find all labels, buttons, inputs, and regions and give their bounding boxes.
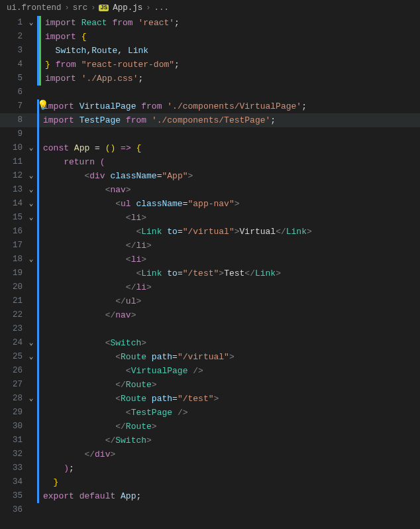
code-line[interactable]: 14⌄ <ul className="app-nav">	[0, 197, 420, 211]
breadcrumb[interactable]: ui.frontend › src › JS App.js › ...	[0, 0, 420, 16]
code-line[interactable]: 12⌄ <div className="App">	[0, 169, 420, 183]
code-text[interactable]: <nav>	[39, 183, 420, 197]
lightbulb-icon[interactable]: 💡	[37, 101, 48, 110]
code-text[interactable]: <TestPage />	[39, 406, 420, 420]
code-text[interactable]: </nav>	[39, 308, 420, 322]
code-text[interactable]: <div className="App">	[39, 169, 420, 183]
code-line[interactable]: 9	[0, 127, 420, 141]
fold-toggle-icon[interactable]: ⌄	[25, 211, 37, 225]
code-text[interactable]: );	[39, 461, 420, 475]
code-text[interactable]: <li>	[39, 253, 420, 266]
line-number[interactable]: 23	[0, 322, 25, 336]
code-line[interactable]: 29 <TestPage />	[0, 406, 420, 420]
code-line[interactable]: 15⌄ <li>	[0, 211, 420, 225]
line-number[interactable]: 1	[0, 16, 25, 30]
line-number[interactable]: 32	[0, 447, 25, 461]
code-line[interactable]: 19 <Link to="/test">Test</Link>	[0, 266, 420, 280]
line-number[interactable]: 18	[0, 253, 25, 266]
line-number[interactable]: 8	[0, 113, 25, 127]
code-text[interactable]: import TestPage from './components/TestP…	[39, 113, 420, 127]
line-number[interactable]: 29	[0, 406, 25, 420]
code-text[interactable]: <Route path="/test">	[39, 392, 420, 406]
code-text[interactable]: import VirtualPage from './components/Vi…	[39, 99, 420, 113]
code-line[interactable]: 26 <VirtualPage />	[0, 364, 420, 378]
fold-toggle-icon[interactable]: ⌄	[25, 197, 37, 211]
code-line[interactable]: 33 );	[0, 461, 420, 475]
code-line[interactable]: 6	[0, 86, 420, 99]
code-line[interactable]: 27 </Route>	[0, 378, 420, 392]
code-line[interactable]: 24⌄ <Switch>	[0, 336, 420, 350]
code-text[interactable]: import {	[41, 30, 420, 44]
line-number[interactable]: 34	[0, 475, 25, 489]
code-line[interactable]: 28⌄ <Route path="/test">	[0, 392, 420, 406]
fold-toggle-icon[interactable]: ⌄	[25, 183, 37, 197]
code-line[interactable]: 16 <Link to="/virtual">Virtual</Link>	[0, 225, 420, 239]
line-number[interactable]: 24	[0, 336, 25, 350]
line-number[interactable]: 30	[0, 420, 25, 434]
code-text[interactable]: </Route>	[39, 420, 420, 434]
code-editor[interactable]: 1⌄import React from 'react';2import {3 S…	[0, 16, 420, 517]
fold-toggle-icon[interactable]: ⌄	[25, 253, 37, 266]
code-text[interactable]: return (	[39, 155, 420, 169]
code-line[interactable]: 5import './App.css';	[0, 72, 420, 86]
code-text[interactable]: </li>	[39, 239, 420, 253]
line-number[interactable]: 17	[0, 239, 25, 253]
line-number[interactable]: 14	[0, 197, 25, 211]
code-line[interactable]: 21 </ul>	[0, 294, 420, 308]
code-line[interactable]: 25⌄ <Route path="/virtual">	[0, 350, 420, 364]
code-line[interactable]: 7import VirtualPage from './components/V…	[0, 99, 420, 113]
line-number[interactable]: 21	[0, 294, 25, 308]
line-number[interactable]: 6	[0, 86, 25, 99]
line-number[interactable]: 33	[0, 461, 25, 475]
line-number[interactable]: 11	[0, 155, 25, 169]
code-text[interactable]: }	[39, 475, 420, 489]
code-text[interactable]: </div>	[39, 447, 420, 461]
code-text[interactable]: <Switch>	[39, 336, 420, 350]
code-line[interactable]: 11 return (	[0, 155, 420, 169]
line-number[interactable]: 20	[0, 280, 25, 294]
line-number[interactable]: 35	[0, 489, 25, 503]
line-number[interactable]: 5	[0, 72, 25, 86]
line-number[interactable]: 22	[0, 308, 25, 322]
code-line[interactable]: 13⌄ <nav>	[0, 183, 420, 197]
code-line[interactable]: 23	[0, 322, 420, 336]
code-line[interactable]: 17 </li>	[0, 239, 420, 253]
line-number[interactable]: 13	[0, 183, 25, 197]
line-number[interactable]: 9	[0, 127, 25, 141]
code-line[interactable]: 2import {	[0, 30, 420, 44]
line-number[interactable]: 12	[0, 169, 25, 183]
code-text[interactable]: <Link to="/virtual">Virtual</Link>	[39, 225, 420, 239]
line-number[interactable]: 2	[0, 30, 25, 44]
code-text[interactable]: <Link to="/test">Test</Link>	[39, 266, 420, 280]
line-number[interactable]: 26	[0, 364, 25, 378]
line-number[interactable]: 36	[0, 503, 25, 517]
fold-toggle-icon[interactable]: ⌄	[25, 169, 37, 183]
code-text[interactable]: <ul className="app-nav">	[39, 197, 420, 211]
code-line[interactable]: 4} from "react-router-dom";	[0, 58, 420, 72]
line-number[interactable]: 25	[0, 350, 25, 364]
code-line[interactable]: 8import TestPage from './components/Test…	[0, 113, 420, 127]
fold-toggle-icon[interactable]: ⌄	[25, 141, 37, 155]
code-text[interactable]: <Route path="/virtual">	[39, 350, 420, 364]
code-text[interactable]: export default App;	[39, 489, 420, 503]
breadcrumb-tail[interactable]: ...	[154, 3, 169, 13]
breadcrumb-file[interactable]: App.js	[113, 3, 142, 13]
line-number[interactable]: 31	[0, 434, 25, 447]
code-line[interactable]: 34 }	[0, 475, 420, 489]
code-line[interactable]: 1⌄import React from 'react';	[0, 16, 420, 30]
fold-toggle-icon[interactable]: ⌄	[25, 350, 37, 364]
breadcrumb-seg[interactable]: ui.frontend	[7, 3, 62, 13]
code-text[interactable]: <VirtualPage />	[39, 364, 420, 378]
line-number[interactable]: 3	[0, 44, 25, 58]
code-text[interactable]: </Switch>	[39, 434, 420, 447]
line-number[interactable]: 19	[0, 266, 25, 280]
code-text[interactable]: </Route>	[39, 378, 420, 392]
code-line[interactable]: 30 </Route>	[0, 420, 420, 434]
line-number[interactable]: 7	[0, 99, 25, 113]
code-text[interactable]: </ul>	[39, 294, 420, 308]
fold-toggle-icon[interactable]: ⌄	[25, 336, 37, 350]
line-number[interactable]: 16	[0, 225, 25, 239]
code-text[interactable]: } from "react-router-dom";	[41, 58, 420, 72]
code-line[interactable]: 32 </div>	[0, 447, 420, 461]
breadcrumb-seg[interactable]: src	[73, 3, 88, 13]
